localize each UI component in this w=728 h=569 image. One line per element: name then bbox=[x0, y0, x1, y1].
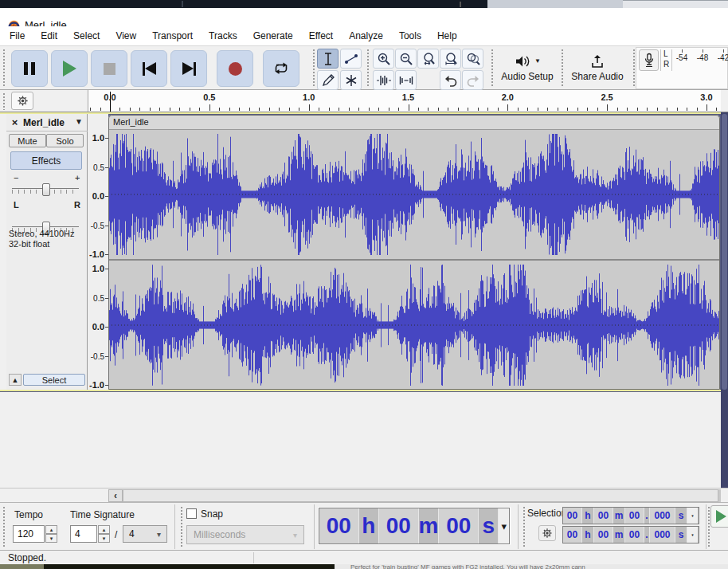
ruler-tick bbox=[159, 108, 160, 111]
scroll-left-button[interactable]: ‹ bbox=[108, 489, 123, 502]
track-select-button[interactable]: Select bbox=[23, 374, 85, 386]
time-segments: 00h00m00.000s bbox=[563, 527, 699, 543]
recording-meter[interactable]: L R -54-48-42 bbox=[636, 47, 728, 89]
menu-item-select[interactable]: Select bbox=[65, 27, 108, 45]
snap-checkbox[interactable] bbox=[186, 508, 197, 519]
loop-icon bbox=[272, 61, 290, 76]
vertical-scrollbar-thumb[interactable] bbox=[722, 114, 727, 390]
record-button[interactable] bbox=[217, 50, 253, 87]
selection-tool-button[interactable] bbox=[317, 49, 339, 69]
horizontal-scrollbar-thumb[interactable] bbox=[123, 489, 718, 502]
menu-item-effect[interactable]: Effect bbox=[301, 27, 341, 45]
menu-item-transport[interactable]: Transport bbox=[144, 27, 201, 45]
time-signature-lower-dropdown[interactable]: 4 bbox=[123, 525, 167, 543]
time-signature-spin-down[interactable] bbox=[98, 534, 110, 543]
time-segment: m bbox=[613, 508, 625, 524]
toolbar-grip[interactable] bbox=[366, 49, 370, 87]
waveform-left-channel[interactable] bbox=[108, 130, 720, 259]
zoom-toggle-button[interactable] bbox=[462, 49, 483, 69]
skip-to-end-button[interactable] bbox=[170, 50, 207, 87]
skip-to-start-button[interactable] bbox=[131, 50, 167, 87]
gain-slider-thumb[interactable] bbox=[42, 183, 50, 196]
selection-start-display[interactable]: 00h00m00.000s bbox=[562, 507, 699, 524]
playhead-cursor[interactable] bbox=[110, 92, 111, 112]
stop-button[interactable] bbox=[91, 50, 127, 87]
menu-item-edit[interactable]: Edit bbox=[33, 27, 65, 45]
background-window-text: Perfect for 'train busting' MF games wit… bbox=[350, 564, 585, 569]
zoom-in-button[interactable] bbox=[373, 49, 394, 69]
selection-options-button[interactable] bbox=[538, 525, 556, 541]
undo-button[interactable] bbox=[440, 70, 461, 90]
ruler-tick bbox=[538, 108, 538, 111]
tempo-field[interactable]: 120 bbox=[13, 525, 45, 543]
play-at-speed-button[interactable] bbox=[710, 505, 728, 528]
timeline-label: 1.0 bbox=[303, 92, 315, 102]
toolbar-grip[interactable] bbox=[312, 49, 316, 87]
meter-separator bbox=[660, 49, 661, 71]
effects-button[interactable]: Effects bbox=[10, 151, 82, 170]
skip-to-end-icon bbox=[182, 62, 194, 75]
time-signature-spin-up[interactable] bbox=[98, 525, 110, 534]
amplitude-label: 0.0 bbox=[92, 322, 104, 332]
share-audio-button[interactable]: Share Audio bbox=[564, 48, 631, 88]
time-display-caret-icon[interactable] bbox=[499, 508, 509, 543]
meter-tick-label: -42 bbox=[718, 53, 728, 62]
ruler-tick bbox=[170, 108, 170, 111]
menu-item-tools[interactable]: Tools bbox=[391, 27, 429, 45]
audio-clip[interactable]: Merl_idle bbox=[108, 115, 720, 390]
menu-item-generate[interactable]: Generate bbox=[245, 27, 301, 45]
time-display-caret-icon[interactable] bbox=[687, 508, 698, 524]
toolbar-grip[interactable] bbox=[491, 49, 495, 87]
solo-button[interactable]: Solo bbox=[46, 134, 84, 147]
multi-tool-button[interactable] bbox=[340, 70, 362, 90]
zoom-out-button[interactable] bbox=[395, 49, 417, 69]
amplitude-ruler[interactable]: 1.00.50.0-0.5-1.01.00.50.0-0.5-1.0 bbox=[88, 114, 108, 390]
toolbar-grip[interactable] bbox=[523, 506, 526, 547]
clip-title-bar[interactable]: Merl_idle bbox=[108, 115, 720, 130]
fit-project-button[interactable] bbox=[440, 49, 461, 69]
toolbar-grip[interactable] bbox=[180, 506, 184, 547]
time-segment: s bbox=[675, 527, 687, 543]
track-close-button[interactable]: × bbox=[9, 116, 21, 128]
audio-position-display[interactable]: 00h00m00s bbox=[319, 508, 510, 544]
snap-mode-dropdown[interactable]: Milliseconds ▾ bbox=[186, 525, 304, 544]
timeline-options-button[interactable] bbox=[11, 92, 33, 110]
ruler-tick bbox=[558, 108, 558, 111]
toolbar-grip[interactable] bbox=[2, 49, 6, 87]
audio-setup-button[interactable]: ▼ Audio Setup bbox=[495, 48, 559, 88]
track-menu-arrow-icon[interactable]: ▼ bbox=[75, 117, 83, 126]
ruler-tick bbox=[179, 108, 180, 111]
audacity-window: Merl_idle FileEditSelectViewTransportTra… bbox=[0, 0, 728, 569]
pause-button[interactable] bbox=[11, 50, 48, 87]
vertical-scrollbar[interactable] bbox=[721, 112, 728, 502]
menu-item-view[interactable]: View bbox=[108, 27, 144, 45]
time-display-caret-icon[interactable] bbox=[687, 527, 698, 543]
fit-selection-button[interactable] bbox=[417, 49, 439, 69]
envelope-tool-button[interactable] bbox=[340, 49, 362, 69]
toolbar-grip[interactable] bbox=[2, 92, 6, 110]
track-collapse-button[interactable]: ▲ bbox=[9, 374, 22, 386]
gain-slider[interactable] bbox=[12, 183, 79, 194]
menu-item-tracks[interactable]: Tracks bbox=[201, 27, 245, 45]
mute-button[interactable]: Mute bbox=[9, 134, 46, 147]
microphone-button[interactable] bbox=[639, 49, 659, 71]
redo-button[interactable] bbox=[462, 70, 483, 90]
menu-item-analyze[interactable]: Analyze bbox=[341, 27, 391, 45]
trim-outside-selection-button[interactable] bbox=[373, 70, 394, 90]
silence-selection-button[interactable] bbox=[395, 70, 417, 90]
selection-end-display[interactable]: 00h00m00.000s bbox=[562, 526, 699, 543]
loop-button[interactable] bbox=[263, 50, 299, 87]
menu-item-help[interactable]: Help bbox=[429, 27, 465, 45]
track-name[interactable]: Merl_idle bbox=[23, 117, 65, 128]
timeline-ruler[interactable]: 0.00.51.01.52.02.53.0 bbox=[88, 90, 721, 112]
menu-item-file[interactable]: File bbox=[2, 27, 33, 45]
tempo-spin-up[interactable] bbox=[45, 525, 57, 534]
draw-tool-button[interactable] bbox=[317, 70, 339, 90]
time-signature-upper-field[interactable]: 4 bbox=[70, 525, 97, 543]
meter-tick-label: -54 bbox=[676, 53, 687, 62]
horizontal-scrollbar-track[interactable] bbox=[123, 489, 721, 502]
toolbar-grip[interactable] bbox=[2, 506, 6, 547]
waveform-right-channel[interactable] bbox=[108, 261, 720, 390]
play-button[interactable] bbox=[51, 50, 88, 87]
tempo-spin-down[interactable] bbox=[45, 534, 57, 543]
